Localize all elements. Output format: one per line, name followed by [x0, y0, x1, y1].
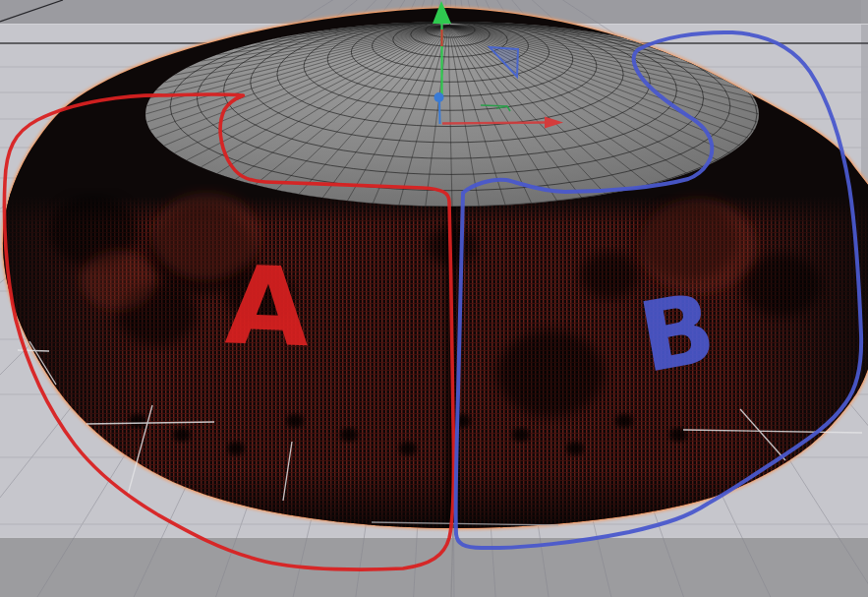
near-band	[0, 538, 868, 597]
3d-viewport[interactable]: A B	[0, 0, 868, 597]
region-a-label: A	[223, 242, 312, 371]
axis-handle-dot[interactable]	[434, 92, 444, 102]
x-axis-line[interactable]	[442, 123, 545, 124]
